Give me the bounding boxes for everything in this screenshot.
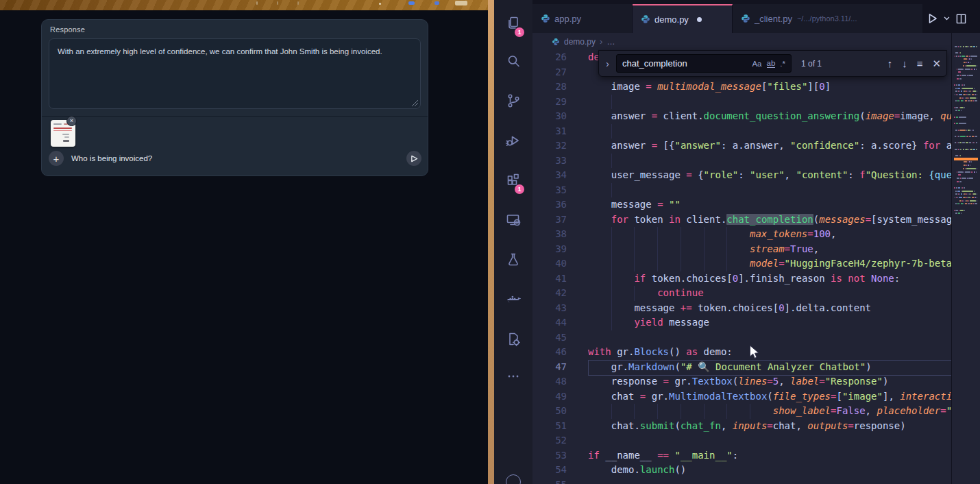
breadcrumb[interactable]: demo.py › … <box>532 33 951 50</box>
code-line[interactable]: 30 answer = client.document_question_ans… <box>532 109 951 124</box>
thumb-line <box>53 123 62 125</box>
code-line[interactable]: 42 continue <box>532 286 951 301</box>
code-line[interactable]: 36 message = "" <box>532 197 951 213</box>
close-icon: × <box>70 117 73 124</box>
code-line[interactable]: 31 <box>532 124 951 139</box>
tab-strip: app.py demo.py _client.py ~/.../python3.… <box>532 0 980 33</box>
toolbar-artifact <box>277 1 278 5</box>
whole-word-toggle[interactable]: ab <box>767 59 776 68</box>
gradio-app-window: Response With an extremely high level of… <box>0 0 488 484</box>
previous-match-button[interactable]: ↑ <box>887 58 893 70</box>
response-textbox[interactable]: With an extremely high level of confiden… <box>49 38 421 109</box>
code-line[interactable]: 29 <box>532 95 951 110</box>
close-find-button[interactable]: ✕ <box>932 58 941 70</box>
file-settings-icon[interactable] <box>505 331 522 348</box>
testing-beaker-icon[interactable] <box>505 252 522 268</box>
code-line[interactable]: 46with gr.Blocks() as demo: <box>532 345 951 360</box>
breadcrumb-file[interactable]: demo.py <box>564 37 596 47</box>
more-icon[interactable] <box>505 368 522 385</box>
response-label: Response <box>50 25 85 34</box>
add-file-button[interactable]: + <box>49 151 64 166</box>
remote-explorer-icon[interactable] <box>505 212 522 228</box>
code-line[interactable]: 55 <box>532 478 951 484</box>
minimap[interactable] <box>951 33 980 484</box>
docker-icon[interactable] <box>505 291 522 308</box>
code-line[interactable]: 41 if token.choices[0].finish_reason is … <box>532 271 951 287</box>
extensions-badge: 1 <box>515 184 524 194</box>
toolbar-artifact <box>379 3 381 5</box>
tab-label: app.py <box>554 14 581 24</box>
code-lines[interactable]: 26def chat_fn(multimodal_message):2728 i… <box>532 50 951 484</box>
code-line[interactable]: 50 show_label=False, placeholder="Upload… <box>532 404 951 419</box>
code-line[interactable]: 51 chat.submit(chat_fn, inputs=chat, out… <box>532 419 951 434</box>
code-line[interactable]: 28 image = multimodal_message["files"][0… <box>532 80 951 95</box>
code-line[interactable]: 48 response = gr.Textbox(lines=5, label=… <box>532 374 951 389</box>
breadcrumb-rest[interactable]: … <box>607 37 615 47</box>
source-control-icon[interactable] <box>505 93 522 109</box>
regex-toggle[interactable]: .* <box>780 60 785 68</box>
resize-handle[interactable] <box>412 100 418 106</box>
python-icon <box>741 14 750 23</box>
run-button[interactable] <box>928 13 938 24</box>
send-button[interactable] <box>406 151 421 166</box>
next-match-button[interactable]: ↓ <box>902 58 907 70</box>
python-icon <box>552 38 560 46</box>
code-line[interactable]: 52 <box>532 433 951 448</box>
thumb-line <box>53 128 72 129</box>
browser-top-strip <box>0 0 488 10</box>
toolbar-artifact <box>256 1 258 5</box>
modified-dot-icon[interactable] <box>697 17 702 22</box>
run-debug-icon[interactable] <box>505 132 522 149</box>
code-line[interactable]: 45 <box>532 330 951 346</box>
remove-attachment-button[interactable]: × <box>66 116 77 126</box>
code-line[interactable]: 38 max_tokens=100, <box>532 227 951 242</box>
tab-app-py[interactable]: app.py <box>532 4 633 33</box>
code-line[interactable]: 40 model="HuggingFaceH4/zephyr-7b-beta")… <box>532 256 951 271</box>
thumb-line <box>62 134 69 135</box>
code-line[interactable]: 53if __name__ == "__main__": <box>532 448 951 463</box>
toolbar-artifact <box>408 1 415 5</box>
code-line[interactable]: 39 stream=True, <box>532 242 951 257</box>
tab-demo-py[interactable]: demo.py <box>633 4 733 33</box>
code-line[interactable]: 43 message += token.choices[0].delta.con… <box>532 301 951 316</box>
code-line[interactable]: 44 yield message <box>532 315 951 330</box>
split-editor-button[interactable] <box>956 14 966 24</box>
find-results-count: 1 of 1 <box>801 59 822 69</box>
account-icon[interactable] <box>506 474 521 484</box>
code-line[interactable]: 33 <box>532 154 951 169</box>
thumb-line <box>64 136 69 138</box>
find-query[interactable]: chat_completion <box>622 58 747 69</box>
tab-label: _client.py <box>755 14 792 24</box>
vscode-window: 1 1 <box>494 0 980 484</box>
run-dropdown-chevron-icon[interactable] <box>944 16 950 21</box>
desktop-wallpaper-strip <box>488 0 494 484</box>
code-line[interactable]: 32 answer = [{"answer": a.answer, "confi… <box>532 138 951 154</box>
code-line[interactable]: 49 chat = gr.MultimodalTextbox(file_type… <box>532 389 951 404</box>
python-icon <box>541 14 550 23</box>
code-line[interactable]: 47 gr.Markdown("# 🔍 Document Analyzer Ch… <box>532 360 951 375</box>
tab-label: demo.py <box>654 14 689 25</box>
code-line[interactable]: 34 user_message = {"role": "user", "cont… <box>532 168 951 183</box>
code-line[interactable]: 37 for token in client.chat_completion(m… <box>532 213 951 228</box>
send-icon <box>411 155 418 162</box>
minimap-content <box>952 43 980 217</box>
match-case-toggle[interactable]: Aa <box>752 60 761 68</box>
toolbar-artifact <box>455 1 467 5</box>
find-widget: › chat_completion Aa ab .* 1 of 1 ↑ ↓ ≡ … <box>598 50 947 77</box>
screen: Response With an extremely high level of… <box>0 0 980 484</box>
code-line[interactable]: 35 <box>532 183 951 198</box>
section-divider <box>42 116 428 117</box>
chat-input[interactable]: Who is being invoiced? <box>71 154 152 162</box>
chevron-right-icon: › <box>600 36 602 47</box>
find-expand-chevron-icon[interactable]: › <box>604 58 611 69</box>
toolbar-artifact <box>297 1 299 5</box>
code-line[interactable]: 54 demo.launch() <box>532 463 951 478</box>
tab-path-detail: ~/.../python3.11/... <box>797 14 857 23</box>
find-input[interactable]: chat_completion Aa ab .* <box>616 54 792 73</box>
search-icon[interactable] <box>505 53 522 69</box>
activity-bar: 1 1 <box>494 0 532 484</box>
find-in-selection-button[interactable]: ≡ <box>917 58 923 70</box>
tab-client-py[interactable]: _client.py ~/.../python3.11/... <box>733 4 923 33</box>
gradio-card: Response With an extremely high level of… <box>41 19 428 176</box>
editor-actions <box>922 4 980 33</box>
